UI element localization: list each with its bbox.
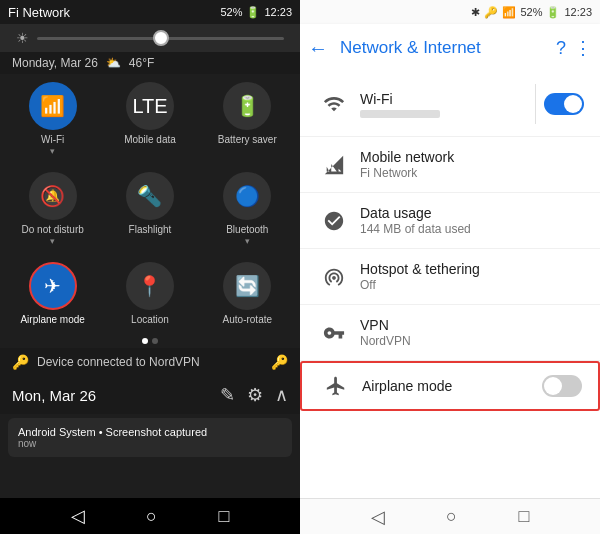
wifi-item-sub — [360, 110, 440, 118]
settings-item-airplane[interactable]: Airplane mode — [300, 361, 600, 411]
wifi-icon-wrap: 📶 — [29, 82, 77, 130]
settings-item-data-usage[interactable]: Data usage 144 MB of data used — [300, 193, 600, 249]
tiles-row-3: ✈ Airplane mode 📍 Location 🔄 Auto-rotate — [0, 254, 300, 334]
autorotate-icon: 🔄 — [235, 274, 260, 298]
help-icon[interactable]: ? — [556, 38, 566, 59]
dot-1 — [142, 338, 148, 344]
data-usage-sub: 144 MB of data used — [360, 222, 584, 236]
time-left: 12:23 — [264, 6, 292, 18]
edit-icon[interactable]: ✎ — [220, 384, 235, 406]
wifi-settings-icon — [316, 93, 352, 115]
bottom-nav-left: ◁ ○ □ — [0, 498, 300, 534]
battery-saver-icon: 🔋 — [235, 94, 260, 118]
notification-item[interactable]: Android System • Screenshot captured now — [8, 418, 292, 457]
settings-item-vpn[interactable]: VPN NordVPN — [300, 305, 600, 361]
more-icon[interactable]: ⋮ — [574, 37, 592, 59]
weather-icon: ⛅ — [106, 56, 121, 70]
tiles-row-2: 🔕 Do not disturb ▾ 🔦 Flashlight 🔵 Blueto… — [0, 164, 300, 254]
mobile-data-icon: LTE — [132, 95, 167, 118]
back-button[interactable]: ← — [308, 37, 328, 60]
settings-item-hotspot[interactable]: Hotspot & tethering Off — [300, 249, 600, 305]
time-right: 12:23 — [564, 6, 592, 18]
tile-dnd-label: Do not disturb — [22, 224, 84, 236]
wifi-toggle[interactable] — [544, 93, 584, 115]
tile-wifi-label: Wi-Fi — [41, 134, 64, 146]
chevron-up-icon[interactable]: ∧ — [275, 384, 288, 406]
tile-airplane-label: Airplane mode — [20, 314, 84, 326]
mobile-settings-icon — [316, 154, 352, 176]
battery-right: 52% — [520, 6, 542, 18]
wifi-icon: 📶 — [40, 94, 65, 118]
bluetooth-icon-wrap: 🔵 — [223, 172, 271, 220]
vpn-settings-icon — [316, 322, 352, 344]
tile-flashlight[interactable]: 🔦 Flashlight — [114, 172, 186, 246]
recents-nav-left[interactable]: □ — [218, 506, 229, 527]
airplane-icon-wrap: ✈ — [29, 262, 77, 310]
signal-icon: 📶 — [502, 6, 516, 19]
dot-2 — [152, 338, 158, 344]
hotspot-icon — [316, 266, 352, 288]
brightness-thumb — [153, 30, 169, 46]
top-bar-actions: ? ⋮ — [556, 37, 592, 59]
brightness-track[interactable] — [37, 37, 284, 40]
tile-location-label: Location — [131, 314, 169, 326]
status-right: 52% 🔋 12:23 — [220, 6, 292, 19]
notification-date-bar: Mon, Mar 26 ✎ ⚙ ∧ — [0, 376, 300, 414]
bottom-nav-right: ◁ ○ □ — [300, 498, 600, 534]
left-panel: Fi Network 52% 🔋 12:23 ☀ Monday, Mar 26 … — [0, 0, 300, 534]
date-text: Monday, Mar 26 — [12, 56, 98, 70]
status-bar-left: Fi Network 52% 🔋 12:23 — [0, 0, 300, 24]
tile-bluetooth[interactable]: 🔵 Bluetooth ▾ — [211, 172, 283, 246]
recents-nav-right[interactable]: □ — [518, 506, 529, 527]
back-nav-right[interactable]: ◁ — [371, 506, 385, 528]
battery-pct: 52% — [220, 6, 242, 18]
hotspot-title: Hotspot & tethering — [360, 261, 584, 277]
vpn-item-content: VPN NordVPN — [360, 317, 584, 348]
bt-icon: ✱ — [471, 6, 480, 19]
tile-autorotate[interactable]: 🔄 Auto-rotate — [211, 262, 283, 326]
tile-dnd[interactable]: 🔕 Do not disturb ▾ — [17, 172, 89, 246]
home-nav-left[interactable]: ○ — [146, 506, 157, 527]
wifi-item-right — [527, 84, 584, 124]
quick-tiles: 📶 Wi-Fi ▾ LTE Mobile data 🔋 Battery save… — [0, 74, 300, 498]
tile-mobile-data[interactable]: LTE Mobile data — [114, 82, 186, 156]
dnd-icon: 🔕 — [40, 184, 65, 208]
back-nav-left[interactable]: ◁ — [71, 505, 85, 527]
settings-item-wifi[interactable]: Wi-Fi — [300, 72, 600, 137]
notif-sub: now — [18, 438, 282, 449]
wifi-item-content: Wi-Fi — [360, 91, 527, 118]
tile-location[interactable]: 📍 Location — [114, 262, 186, 326]
dnd-icon-wrap: 🔕 — [29, 172, 77, 220]
mobile-data-icon-wrap: LTE — [126, 82, 174, 130]
tile-wifi[interactable]: 📶 Wi-Fi ▾ — [17, 82, 89, 156]
tile-battery-saver[interactable]: 🔋 Battery saver — [211, 82, 283, 156]
location-icon: 📍 — [137, 274, 162, 298]
flashlight-icon: 🔦 — [137, 184, 162, 208]
settings-icon[interactable]: ⚙ — [247, 384, 263, 406]
top-bar-right: ← Network & Internet ? ⋮ — [300, 24, 600, 72]
app-name: Fi Network — [8, 5, 70, 20]
vpn-status-icon: 🔑 — [484, 6, 498, 19]
date-weather: Monday, Mar 26 ⛅ 46°F — [0, 52, 300, 74]
vpn-key-icon: 🔑 — [12, 354, 29, 370]
page-title: Network & Internet — [340, 38, 556, 58]
flashlight-icon-wrap: 🔦 — [126, 172, 174, 220]
airplane-toggle[interactable] — [542, 375, 582, 397]
vpn-right-icon: 🔑 — [271, 354, 288, 370]
data-usage-title: Data usage — [360, 205, 584, 221]
data-usage-content: Data usage 144 MB of data used — [360, 205, 584, 236]
tile-bluetooth-sub: ▾ — [245, 236, 250, 246]
airplane-settings-icon — [318, 375, 354, 397]
battery-saver-icon-wrap: 🔋 — [223, 82, 271, 130]
mobile-item-content: Mobile network Fi Network — [360, 149, 584, 180]
mobile-item-title: Mobile network — [360, 149, 584, 165]
autorotate-icon-wrap: 🔄 — [223, 262, 271, 310]
settings-item-mobile[interactable]: Mobile network Fi Network — [300, 137, 600, 193]
home-nav-right[interactable]: ○ — [446, 506, 457, 527]
notif-actions: ✎ ⚙ ∧ — [220, 384, 288, 406]
tile-airplane[interactable]: ✈ Airplane mode — [17, 262, 89, 326]
tile-autorotate-label: Auto-rotate — [223, 314, 272, 326]
vpn-text: Device connected to NordVPN — [37, 355, 200, 369]
temp-text: 46°F — [129, 56, 154, 70]
tile-mobile-label: Mobile data — [124, 134, 176, 146]
